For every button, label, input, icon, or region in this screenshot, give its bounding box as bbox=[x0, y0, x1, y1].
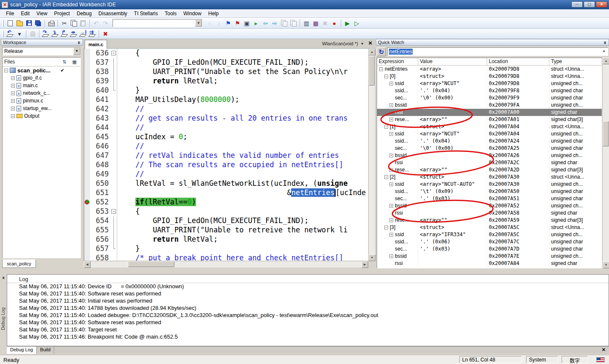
breakpoint-gutter[interactable] bbox=[84, 142, 90, 151]
code-line-643[interactable]: 643 // get scan results - all 20 entries… bbox=[84, 114, 368, 123]
copy-button[interactable] bbox=[69, 19, 78, 28]
download-and-debug-button[interactable]: ▶ bbox=[343, 19, 352, 28]
breakpoint-gutter[interactable] bbox=[84, 95, 90, 105]
log-close-icon[interactable]: x bbox=[1, 275, 6, 280]
symbol-browser-button[interactable]: ▦ bbox=[311, 19, 320, 28]
watch-row-rssi[interactable]: rssi0x20007A2Csigned char bbox=[377, 159, 602, 166]
fold-gutter[interactable]: − bbox=[110, 49, 117, 58]
reset-button[interactable]: ↶ bbox=[6, 30, 15, 38]
tree-item-pinmux-c[interactable]: +cpinmux.c bbox=[3, 97, 80, 105]
watch-expand-icon[interactable]: + bbox=[389, 168, 393, 172]
column-header-value[interactable]: Value bbox=[418, 58, 487, 65]
watch-row-rese-[interactable]: +rese...<array>""0x20007A59signed char[3… bbox=[377, 217, 602, 224]
chevron-down-icon[interactable]: ▼ bbox=[601, 48, 607, 55]
menu-ti-stellaris[interactable]: TI Stellaris bbox=[131, 10, 162, 17]
toggle-breakpoint-button[interactable]: ● bbox=[330, 19, 339, 28]
breakpoint-gutter[interactable] bbox=[84, 160, 90, 170]
save-button[interactable] bbox=[24, 19, 33, 28]
fold-gutter[interactable] bbox=[110, 188, 117, 198]
next-statement-button[interactable]: ↠ bbox=[69, 30, 78, 38]
tree-item-startup-ew-[interactable]: +cstartup_ew... bbox=[3, 105, 80, 112]
watch-row-ssid[interactable]: +ssid<array>"NCUT"0x200079D8unsigned ch.… bbox=[377, 80, 602, 87]
scroll-thumb[interactable] bbox=[369, 56, 375, 85]
watch-row-ssid[interactable]: +ssid<array>"IFR334"0x20007A5Cunsigned c… bbox=[377, 231, 602, 238]
files-options-icon[interactable]: ▦ bbox=[70, 59, 79, 65]
source-browser-button[interactable]: ▥ bbox=[302, 19, 311, 28]
print-button[interactable] bbox=[47, 19, 56, 28]
column-header-type[interactable]: Type bbox=[549, 58, 602, 65]
tree-item-main-c[interactable]: +cmain.c bbox=[3, 82, 80, 89]
cut-button[interactable]: ✂ bbox=[60, 19, 69, 28]
menu-debug[interactable]: Debug bbox=[73, 10, 95, 17]
code-line-640[interactable]: 640 } bbox=[84, 86, 368, 95]
recalculate-icon[interactable]: ↻ bbox=[377, 47, 386, 56]
code-line-655[interactable]: 655 UART_PRINT("Unable to retreive the n… bbox=[84, 226, 368, 235]
menu-project[interactable]: Project bbox=[51, 10, 73, 17]
scroll-thumb[interactable] bbox=[603, 121, 609, 146]
watch-expand-icon[interactable]: + bbox=[389, 204, 393, 208]
breakpoint-gutter[interactable] bbox=[84, 86, 90, 95]
debug-without-download-button[interactable]: ▷ bbox=[352, 19, 361, 28]
code-line-658[interactable]: 658 /* put a break point here and check … bbox=[84, 254, 368, 261]
quick-watch-window-button[interactable]: ▣ bbox=[242, 19, 251, 28]
watch-expand-icon[interactable]: + bbox=[389, 103, 393, 107]
breakpoint-gutter[interactable] bbox=[84, 254, 90, 261]
editor-close-icon[interactable]: ✕ bbox=[368, 40, 372, 46]
fold-gutter[interactable] bbox=[110, 95, 117, 105]
code-line-637[interactable]: 637 GPIO_IF_LedOn(MCU_EXECUTE_FAIL_IND); bbox=[84, 58, 368, 67]
open-file-button[interactable] bbox=[15, 19, 24, 28]
fold-gutter[interactable] bbox=[110, 170, 117, 179]
workspace-tab-scan-policy[interactable]: scan_policy bbox=[2, 259, 36, 268]
tree-item-network-c-[interactable]: +cnetwork_c... bbox=[3, 89, 80, 97]
function-selector-chevron-icon[interactable]: ▼ bbox=[361, 42, 364, 46]
fold-gutter[interactable] bbox=[110, 198, 117, 207]
editor-vertical-scrollbar[interactable]: ▲ ▼ bbox=[368, 49, 375, 261]
new-file-button[interactable] bbox=[6, 19, 15, 28]
breakpoint-gutter[interactable] bbox=[84, 216, 90, 226]
fold-gutter[interactable] bbox=[110, 58, 117, 67]
fold-gutter[interactable] bbox=[110, 105, 117, 114]
save-all-button[interactable] bbox=[33, 19, 43, 28]
code-line-644[interactable]: 644 // bbox=[84, 123, 368, 132]
workspace-close-icon[interactable]: x bbox=[76, 40, 82, 45]
code-area[interactable]: 636− {637 GPIO_IF_LedOn(MCU_EXECUTE_FAIL… bbox=[84, 49, 368, 261]
watch-expand-icon[interactable]: + bbox=[389, 233, 393, 237]
scroll-thumb[interactable] bbox=[128, 261, 174, 267]
tree-expand-icon[interactable]: + bbox=[11, 91, 15, 95]
watch-row--2-[interactable]: −[2]<struct>0x20007A30struct <Unna... bbox=[377, 174, 602, 181]
menu-help[interactable]: Help bbox=[205, 10, 222, 17]
code-line-647[interactable]: 647 // retVal indicates the valid number… bbox=[84, 151, 368, 160]
fold-gutter[interactable] bbox=[110, 77, 117, 86]
fold-collapse-icon[interactable]: − bbox=[111, 51, 116, 55]
watch-expand-icon[interactable]: − bbox=[379, 67, 383, 71]
fold-gutter[interactable] bbox=[110, 244, 117, 254]
fold-gutter[interactable] bbox=[110, 132, 117, 142]
watch-expand-icon[interactable]: + bbox=[389, 132, 393, 136]
watch-row-bssid[interactable]: +bssid0x200079FAunsigned ch... bbox=[377, 102, 602, 109]
step-over-button[interactable]: ↷ bbox=[41, 30, 50, 38]
code-line-650[interactable]: 650 lRetVal = sl_WlanGetNetworkList(ucIn… bbox=[84, 179, 368, 188]
breakpoint-gutter[interactable] bbox=[84, 170, 90, 179]
watch-row--3-[interactable]: −[3]<struct>0x20007A5Cstruct <Unna... bbox=[377, 224, 602, 231]
watch-vertical-scrollbar[interactable]: ▲ ▼ bbox=[602, 58, 609, 268]
find-combobox[interactable]: ▼ bbox=[113, 19, 202, 27]
breakpoint-gutter[interactable] bbox=[84, 198, 90, 207]
tab-build[interactable]: Build bbox=[37, 347, 54, 354]
configuration-dropdown[interactable]: Release ▼ bbox=[2, 47, 81, 55]
watch-row-sec-[interactable]: sec...'.' (0x03)0x20007A51unsigned char bbox=[377, 195, 602, 202]
watch-row-bssid[interactable]: +bssid0x20007A52unsigned ch... bbox=[377, 202, 602, 210]
watch-expand-icon[interactable]: + bbox=[389, 82, 393, 85]
reset-dropdown[interactable]: ▾ bbox=[15, 30, 24, 38]
breakpoint-gutter[interactable] bbox=[84, 123, 90, 132]
close-button[interactable]: ✕ bbox=[596, 1, 607, 8]
breakpoint-gutter[interactable] bbox=[84, 188, 90, 198]
breakpoint-gutter[interactable] bbox=[84, 226, 90, 235]
watch-row-netentries[interactable]: −netEntries<array>0x200079D8struct <Unna… bbox=[377, 66, 602, 73]
code-line-638[interactable]: 638 UART_PRINT("Unable to set the Scan P… bbox=[84, 67, 368, 77]
watch-row-ssid-[interactable]: ssid...'.' (0x06)0x20007A7Cunsigned char bbox=[377, 238, 602, 245]
code-line-636[interactable]: 636− { bbox=[84, 49, 368, 58]
watch-row--1-[interactable]: −[1]<struct>0x20007A04struct <Unna... bbox=[377, 123, 602, 130]
code-line-645[interactable]: 645 ucIndex = 0; bbox=[84, 132, 368, 142]
breakpoint-gutter[interactable] bbox=[84, 244, 90, 254]
maximize-button[interactable]: ▢ bbox=[584, 1, 595, 8]
